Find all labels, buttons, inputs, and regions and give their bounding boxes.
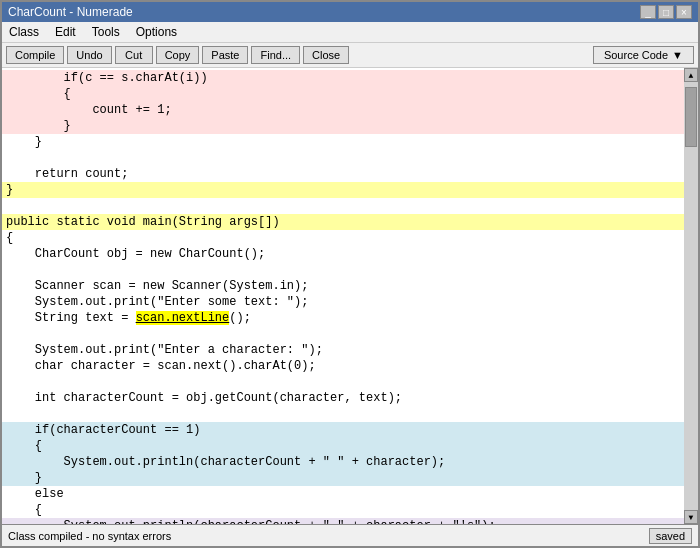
window-title: CharCount - Numerade — [8, 5, 133, 19]
scroll-thumb[interactable] — [685, 87, 697, 147]
paste-button[interactable]: Paste — [202, 46, 248, 64]
code-line: } — [2, 470, 684, 486]
code-line: public static void main(String args[]) — [2, 214, 684, 230]
close-button[interactable]: × — [676, 5, 692, 19]
title-bar: CharCount - Numerade _ □ × — [2, 2, 698, 22]
code-line: CharCount obj = new CharCount(); — [2, 246, 684, 262]
maximize-button[interactable]: □ — [658, 5, 674, 19]
code-editor[interactable]: if(c == s.charAt(i)) { count += 1; } } r… — [2, 68, 684, 524]
code-line: return count; — [2, 166, 684, 182]
undo-button[interactable]: Undo — [67, 46, 111, 64]
code-line: System.out.print("Enter a character: "); — [2, 342, 684, 358]
editor-area: if(c == s.charAt(i)) { count += 1; } } r… — [2, 68, 698, 524]
menu-edit[interactable]: Edit — [52, 24, 79, 40]
code-line: System.out.print("Enter some text: "); — [2, 294, 684, 310]
code-line — [2, 150, 684, 166]
minimize-button[interactable]: _ — [640, 5, 656, 19]
scroll-down-arrow[interactable]: ▼ — [684, 510, 698, 524]
code-line — [2, 406, 684, 422]
source-code-dropdown[interactable]: Source Code ▼ — [593, 46, 694, 64]
dropdown-arrow-icon: ▼ — [672, 49, 683, 61]
scroll-up-arrow[interactable]: ▲ — [684, 68, 698, 82]
code-line: int characterCount = obj.getCount(charac… — [2, 390, 684, 406]
code-line: System.out.println(characterCount + " " … — [2, 518, 684, 524]
menu-bar: Class Edit Tools Options — [2, 22, 698, 43]
find-button[interactable]: Find... — [251, 46, 300, 64]
code-line: else — [2, 486, 684, 502]
compile-button[interactable]: Compile — [6, 46, 64, 64]
code-line: String text = scan.nextLine(); — [2, 310, 684, 326]
menu-options[interactable]: Options — [133, 24, 180, 40]
menu-tools[interactable]: Tools — [89, 24, 123, 40]
code-content: if(c == s.charAt(i)) { count += 1; } } r… — [2, 68, 684, 524]
code-line: { — [2, 438, 684, 454]
code-line — [2, 326, 684, 342]
title-bar-controls: _ □ × — [640, 5, 692, 19]
code-line: { — [2, 230, 684, 246]
close-editor-button[interactable]: Close — [303, 46, 349, 64]
code-line: } — [2, 118, 684, 134]
saved-badge: saved — [649, 528, 692, 544]
highlighted-text: scan.nextLine — [136, 311, 230, 325]
cut-button[interactable]: Cut — [115, 46, 153, 64]
main-window: CharCount - Numerade _ □ × Class Edit To… — [0, 0, 700, 548]
status-message: Class compiled - no syntax errors — [8, 530, 171, 542]
code-line: count += 1; — [2, 102, 684, 118]
code-line: } — [2, 134, 684, 150]
code-line: char character = scan.next().charAt(0); — [2, 358, 684, 374]
code-line: if(c == s.charAt(i)) — [2, 70, 684, 86]
status-bar: Class compiled - no syntax errors saved — [2, 524, 698, 546]
code-line: } — [2, 182, 684, 198]
vertical-scrollbar[interactable]: ▲ ▼ — [684, 68, 698, 524]
code-line: System.out.println(characterCount + " " … — [2, 454, 684, 470]
code-line: { — [2, 502, 684, 518]
saved-label: saved — [656, 530, 685, 542]
toolbar: Compile Undo Cut Copy Paste Find... Clos… — [2, 43, 698, 68]
code-line: Scanner scan = new Scanner(System.in); — [2, 278, 684, 294]
menu-class[interactable]: Class — [6, 24, 42, 40]
code-line: { — [2, 86, 684, 102]
code-line — [2, 374, 684, 390]
source-code-label: Source Code — [604, 49, 668, 61]
scroll-track[interactable] — [684, 82, 698, 510]
code-line: if(characterCount == 1) — [2, 422, 684, 438]
code-line — [2, 262, 684, 278]
code-line — [2, 198, 684, 214]
copy-button[interactable]: Copy — [156, 46, 200, 64]
